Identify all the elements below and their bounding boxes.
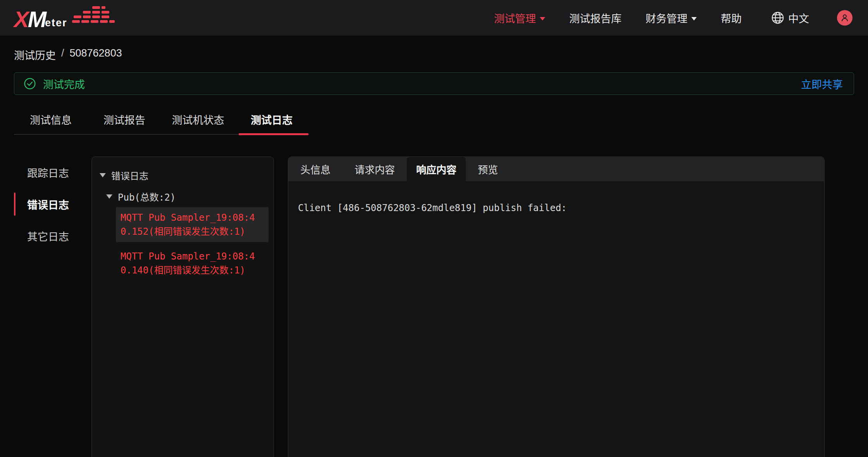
tab-test-report[interactable]: 测试报告 (88, 112, 161, 134)
nav-item-finance-management[interactable]: 财务管理 (646, 10, 697, 26)
nav-item-label: 测试管理 (494, 10, 536, 26)
breadcrumb-parent[interactable]: 测试历史 (14, 47, 56, 62)
response-content: Client [486-508762803-62mdle819] publish… (288, 181, 824, 457)
tab-test-machine-status[interactable]: 测试机状态 (161, 112, 235, 134)
chevron-down-icon (540, 17, 545, 21)
nav-item-help[interactable]: 帮助 (721, 10, 742, 26)
tree-node-error-log-root[interactable]: 错误日志 (100, 168, 267, 182)
log-type-sidebar: 跟踪日志 错误日志 其它日志 (14, 156, 78, 457)
detail-tab-preview[interactable]: 预览 (466, 157, 510, 181)
sidebar-item-other-log[interactable]: 其它日志 (14, 220, 78, 252)
detail-tab-bar: 头信息 请求内容 响应内容 预览 (288, 157, 824, 181)
test-log-content: 跟踪日志 错误日志 其它日志 错误日志 Pub(总数:2) MQTT Pub S… (14, 156, 854, 457)
detail-tab-request-body[interactable]: 请求内容 (343, 157, 407, 181)
breadcrumb-separator: / (61, 47, 64, 62)
language-label: 中文 (788, 10, 809, 26)
share-now-link[interactable]: 立即共享 (801, 76, 843, 91)
sidebar-item-error-log[interactable]: 错误日志 (14, 188, 78, 220)
logo-x-letter: XM (14, 9, 45, 29)
chevron-down-icon (691, 17, 697, 21)
top-navbar: XM eter 测试管理 测试报告库 财务管理 帮助 (0, 0, 868, 36)
check-circle-icon (24, 77, 36, 90)
detail-tab-response-body[interactable]: 响应内容 (407, 157, 466, 181)
tree-node-label: Pub(总数:2) (118, 190, 176, 203)
tab-test-log[interactable]: 测试日志 (235, 112, 308, 134)
error-log-tree-panel: 错误日志 Pub(总数:2) MQTT Pub Sampler_19:08:40… (91, 156, 274, 457)
breadcrumb: 测试历史 / 508762803 (0, 36, 868, 62)
xmeter-logo[interactable]: XM eter (14, 6, 118, 29)
nav-item-label: 帮助 (721, 10, 742, 26)
status-text: 测试完成 (43, 76, 85, 91)
person-icon (840, 13, 850, 23)
nav-menu: 测试管理 测试报告库 财务管理 帮助 中文 (494, 10, 852, 26)
equalizer-icon (72, 6, 118, 26)
tree-node-label: 错误日志 (111, 168, 148, 182)
nav-item-test-report-library[interactable]: 测试报告库 (569, 10, 622, 26)
tree-expand-icon[interactable] (106, 194, 112, 199)
logo-eter-text: eter (45, 17, 67, 29)
language-switcher[interactable]: 中文 (771, 10, 809, 26)
tree-expand-icon[interactable] (100, 173, 106, 177)
nav-item-label: 财务管理 (646, 10, 687, 26)
sidebar-item-trace-log[interactable]: 跟踪日志 (14, 156, 78, 188)
error-detail-panel: 头信息 请求内容 响应内容 预览 Client [486-508762803-6… (288, 156, 825, 457)
main-tab-bar: 测试信息 测试报告 测试机状态 测试日志 (14, 112, 309, 135)
user-avatar[interactable] (837, 10, 852, 26)
breadcrumb-current: 508762803 (70, 47, 122, 62)
test-complete-banner: 测试完成 立即共享 (14, 72, 854, 95)
globe-icon (771, 11, 784, 24)
nav-item-label: 测试报告库 (569, 10, 622, 26)
detail-tab-headers[interactable]: 头信息 (288, 157, 343, 181)
nav-item-test-management[interactable]: 测试管理 (494, 10, 545, 26)
tree-item-error-152[interactable]: MQTT Pub Sampler_19:08:40.152(相同错误发生次数:1… (116, 207, 269, 242)
tab-test-info[interactable]: 测试信息 (14, 112, 88, 134)
tree-item-error-140[interactable]: MQTT Pub Sampler_19:08:40.140(相同错误发生次数:1… (116, 246, 269, 281)
tree-node-pub-group[interactable]: Pub(总数:2) (106, 190, 267, 203)
